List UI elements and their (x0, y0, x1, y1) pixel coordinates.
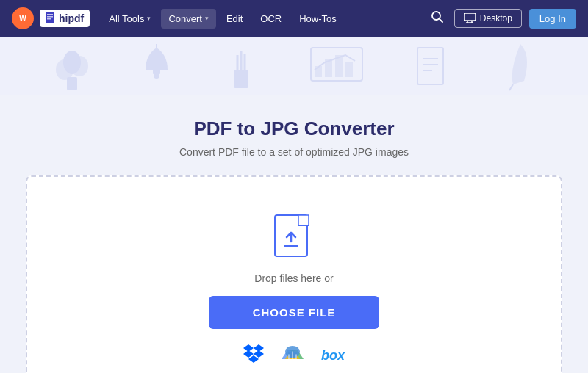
login-button[interactable]: Log In (529, 9, 576, 29)
drop-text: Drop files here or (254, 272, 333, 284)
svg-rect-12 (67, 77, 77, 90)
google-drive-icon[interactable] (282, 344, 304, 366)
svg-rect-8 (464, 13, 476, 21)
hipdf-logo[interactable]: hipdf (40, 10, 90, 27)
nav-all-tools[interactable]: All Tools ▾ (101, 9, 158, 29)
nav-howtos[interactable]: How-Tos (292, 9, 344, 29)
svg-rect-19 (234, 70, 248, 88)
svg-text:W: W (19, 15, 26, 23)
chevron-down-icon: ▾ (147, 15, 151, 22)
hero-banner (0, 37, 588, 95)
dropbox-icon[interactable] (243, 344, 264, 367)
svg-rect-28 (417, 48, 443, 84)
svg-rect-2 (46, 12, 54, 23)
svg-rect-3 (47, 14, 53, 15)
search-icon[interactable] (428, 7, 447, 29)
nav-ocr-label: OCR (260, 13, 282, 24)
nav-links: All Tools ▾ Convert ▾ Edit OCR How-Tos (101, 9, 422, 29)
hero-decorations (0, 37, 588, 95)
nav-all-tools-label: All Tools (109, 13, 144, 24)
chevron-down-icon: ▾ (205, 15, 209, 22)
nav-convert[interactable]: Convert ▾ (161, 9, 216, 29)
navbar: W hipdf All Tools ▾ Convert ▾ Edit OCR (0, 0, 588, 37)
svg-line-32 (509, 84, 513, 90)
upload-icon (273, 214, 315, 261)
svg-rect-35 (298, 215, 309, 225)
box-icon[interactable]: box (321, 348, 345, 363)
svg-marker-41 (254, 350, 264, 358)
page-subtitle: Convert PDF file to a set of optimized J… (179, 146, 409, 158)
svg-marker-40 (243, 350, 254, 358)
nav-edit[interactable]: Edit (219, 9, 250, 29)
cloud-service-icons: box (243, 344, 345, 367)
desktop-button[interactable]: Desktop (454, 9, 522, 28)
svg-marker-42 (248, 355, 259, 363)
page-title: PDF to JPG Converter (193, 117, 394, 140)
nav-convert-label: Convert (168, 13, 202, 24)
main-content: PDF to JPG Converter Convert PDF file to… (0, 95, 588, 373)
svg-point-17 (154, 73, 159, 79)
svg-rect-5 (47, 18, 51, 20)
choose-file-button[interactable]: CHOOSE FILE (209, 296, 380, 329)
hipdf-logo-text: hipdf (59, 12, 84, 24)
svg-rect-27 (345, 62, 353, 77)
nav-right: Desktop Log In (428, 7, 576, 29)
svg-line-7 (439, 19, 442, 23)
svg-point-15 (63, 51, 81, 74)
login-button-label: Log In (539, 13, 566, 24)
nav-ocr[interactable]: OCR (253, 9, 289, 29)
nav-howtos-label: How-Tos (299, 13, 337, 24)
desktop-button-label: Desktop (480, 13, 512, 23)
drop-zone[interactable]: Drop files here or CHOOSE FILE (26, 175, 562, 373)
nav-edit-label: Edit (226, 13, 243, 24)
brand-area: W hipdf (12, 7, 90, 29)
wondershare-logo: W (12, 7, 34, 29)
svg-rect-4 (47, 16, 53, 18)
